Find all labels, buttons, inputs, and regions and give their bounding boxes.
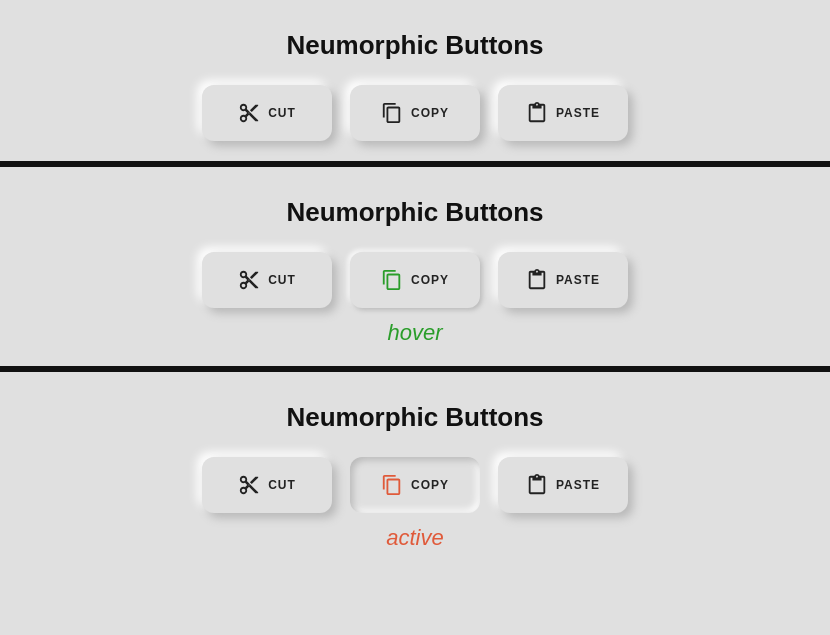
section-hover: Neumorphic Buttons CUT COPY	[0, 167, 830, 366]
cut-label-1: CUT	[268, 106, 296, 120]
copy-icon-1	[381, 102, 403, 124]
section-title-1: Neumorphic Buttons	[286, 30, 543, 61]
cut-button-1[interactable]: CUT	[202, 85, 332, 141]
scissors-icon-3	[238, 474, 260, 496]
paste-icon-2	[526, 269, 548, 291]
cut-label-3: CUT	[268, 478, 296, 492]
scissors-icon-2	[238, 269, 260, 291]
active-state-label: active	[386, 525, 443, 551]
hover-state-label: hover	[387, 320, 442, 346]
section-title-3: Neumorphic Buttons	[286, 402, 543, 433]
cut-button-2[interactable]: CUT	[202, 252, 332, 308]
copy-button-1[interactable]: COPY	[350, 85, 480, 141]
paste-label-1: PASTE	[556, 106, 600, 120]
section-title-2: Neumorphic Buttons	[286, 197, 543, 228]
buttons-row-2: CUT COPY PASTE	[202, 252, 628, 308]
copy-label-2: COPY	[411, 273, 449, 287]
buttons-row-1: CUT COPY PASTE	[202, 85, 628, 141]
paste-button-2[interactable]: PASTE	[498, 252, 628, 308]
buttons-row-3: CUT COPY PASTE	[202, 457, 628, 513]
paste-button-1[interactable]: PASTE	[498, 85, 628, 141]
paste-icon-3	[526, 474, 548, 496]
paste-icon-1	[526, 102, 548, 124]
cut-button-3[interactable]: CUT	[202, 457, 332, 513]
section-normal: Neumorphic Buttons CUT COPY	[0, 0, 830, 161]
copy-button-3[interactable]: COPY	[350, 457, 480, 513]
paste-button-3[interactable]: PASTE	[498, 457, 628, 513]
scissors-icon-1	[238, 102, 260, 124]
paste-label-3: PASTE	[556, 478, 600, 492]
section-active: Neumorphic Buttons CUT COPY	[0, 372, 830, 571]
copy-label-1: COPY	[411, 106, 449, 120]
copy-icon-3	[381, 474, 403, 496]
copy-icon-2	[381, 269, 403, 291]
paste-label-2: PASTE	[556, 273, 600, 287]
cut-label-2: CUT	[268, 273, 296, 287]
copy-button-2[interactable]: COPY	[350, 252, 480, 308]
copy-label-3: COPY	[411, 478, 449, 492]
